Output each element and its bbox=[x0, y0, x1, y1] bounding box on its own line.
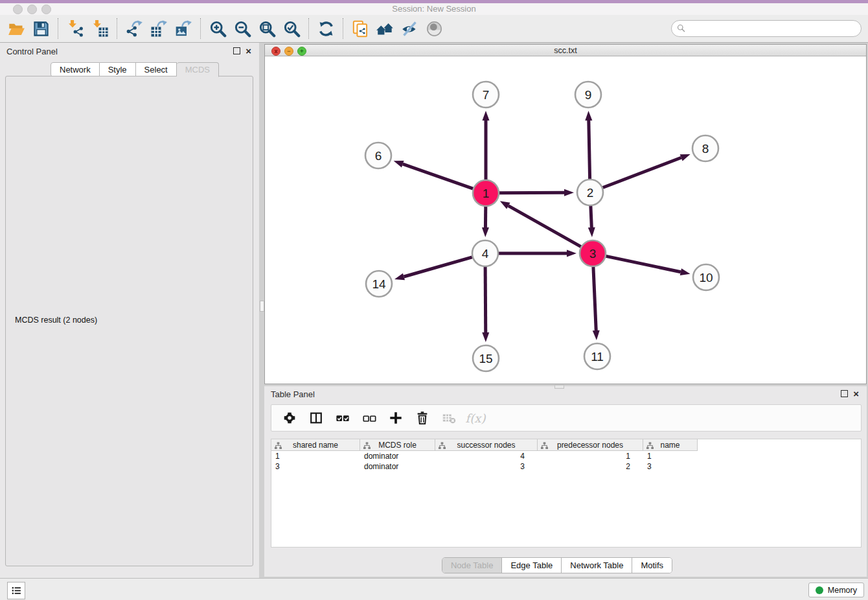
column-label: predecessor nodes bbox=[557, 441, 623, 450]
toolbar-separator bbox=[200, 18, 201, 39]
edge-4-15[interactable] bbox=[485, 267, 486, 332]
tab-select[interactable]: Select bbox=[136, 62, 177, 77]
refresh-network-button[interactable] bbox=[315, 17, 337, 40]
network-close-icon[interactable]: x bbox=[271, 47, 280, 56]
network-zoom-icon[interactable]: + bbox=[297, 47, 306, 56]
tab-style[interactable]: Style bbox=[100, 62, 136, 77]
cell-shared-name[interactable]: 1 bbox=[271, 451, 360, 461]
cell-shared-name[interactable]: 3 bbox=[271, 461, 360, 472]
mcds-result-legend: MCDS result (2 nodes) bbox=[13, 316, 99, 325]
tab-node-table[interactable]: Node Table bbox=[442, 558, 502, 573]
column-header-predecessor-nodes[interactable]: predecessor nodes bbox=[538, 439, 643, 451]
splitter-grip-icon[interactable] bbox=[260, 301, 264, 312]
node-14[interactable]: 14 bbox=[366, 271, 392, 297]
function-icon: f(x) bbox=[466, 411, 486, 425]
zoom-selected-button[interactable] bbox=[281, 17, 303, 40]
eye-disabled-button[interactable] bbox=[424, 17, 445, 40]
float-icon[interactable] bbox=[841, 390, 848, 397]
edge-2-8[interactable] bbox=[603, 157, 681, 187]
deselect-all-button[interactable] bbox=[361, 410, 378, 426]
tab-edge-table[interactable]: Edge Table bbox=[501, 558, 561, 573]
edge-3-11[interactable] bbox=[593, 267, 596, 330]
node-15[interactable]: 15 bbox=[473, 345, 499, 371]
node-4[interactable]: 4 bbox=[472, 240, 498, 266]
table-row[interactable]: 3dominator323 bbox=[271, 461, 861, 472]
import-network-button[interactable] bbox=[65, 17, 86, 40]
import-network-icon bbox=[67, 20, 84, 38]
network-minimize-icon[interactable]: − bbox=[284, 47, 293, 56]
cell-name[interactable]: 1 bbox=[643, 451, 698, 461]
horizontal-splitter-grip-icon[interactable] bbox=[554, 385, 564, 389]
cell-successor-nodes[interactable]: 3 bbox=[435, 461, 538, 472]
search-input[interactable] bbox=[671, 20, 862, 37]
edge-1-4-arrowhead-icon bbox=[482, 227, 489, 237]
table-row[interactable]: 1dominator411 bbox=[271, 451, 861, 461]
node-3[interactable]: 3 bbox=[580, 240, 606, 266]
node-6[interactable]: 6 bbox=[365, 143, 391, 168]
gear-button[interactable] bbox=[281, 410, 298, 426]
node-11[interactable]: 11 bbox=[584, 343, 610, 369]
node-11-label: 11 bbox=[591, 350, 604, 363]
float-icon[interactable] bbox=[233, 47, 240, 54]
edge-2-9[interactable] bbox=[589, 121, 590, 179]
close-icon[interactable]: × bbox=[246, 47, 251, 54]
column-header-shared-name[interactable]: shared name bbox=[271, 439, 360, 451]
columns-button[interactable] bbox=[308, 410, 325, 426]
export-image-button[interactable] bbox=[173, 17, 194, 40]
edge-1-2[interactable] bbox=[499, 192, 564, 193]
show-hide-graphics-button[interactable] bbox=[399, 17, 420, 40]
open-session-button[interactable] bbox=[6, 17, 27, 40]
tab-network[interactable]: Network bbox=[51, 62, 100, 77]
cell-predecessor-nodes[interactable]: 1 bbox=[538, 451, 643, 461]
vertical-splitter[interactable] bbox=[259, 43, 264, 578]
add-row-button[interactable] bbox=[387, 410, 404, 426]
import-table-button[interactable] bbox=[89, 17, 111, 40]
export-table-icon bbox=[150, 20, 168, 38]
cell-successor-nodes[interactable]: 4 bbox=[435, 451, 538, 461]
cell-mcds-role[interactable]: dominator bbox=[360, 461, 435, 472]
node-2[interactable]: 2 bbox=[577, 179, 603, 205]
console-button[interactable] bbox=[7, 582, 25, 599]
cell-mcds-role[interactable]: dominator bbox=[360, 451, 435, 461]
cell-name[interactable]: 3 bbox=[643, 461, 698, 472]
cell-predecessor-nodes[interactable]: 2 bbox=[538, 461, 643, 472]
node-1[interactable]: 1 bbox=[473, 180, 499, 206]
table-tabs-group: Node TableEdge TableNetwork TableMotifs bbox=[442, 557, 672, 573]
export-network-button[interactable] bbox=[124, 17, 145, 40]
edge-3-1[interactable] bbox=[508, 206, 581, 247]
export-table-button[interactable] bbox=[148, 17, 170, 40]
edge-1-6[interactable] bbox=[403, 164, 473, 189]
clone-network-button[interactable] bbox=[350, 17, 371, 40]
save-session-button[interactable] bbox=[30, 17, 52, 40]
network-canvas[interactable]: 7968124314101511 bbox=[265, 56, 866, 384]
zoom-out-button[interactable] bbox=[232, 17, 253, 40]
delete-table-icon bbox=[442, 411, 456, 425]
edge-4-3-arrowhead-icon bbox=[567, 250, 577, 257]
column-header-mcds-role[interactable]: MCDS role bbox=[360, 439, 435, 451]
network-window-title: scc.txt bbox=[265, 45, 866, 56]
import-table-icon bbox=[91, 20, 109, 38]
edge-2-3[interactable] bbox=[591, 206, 591, 227]
zoom-fit-icon bbox=[258, 20, 276, 38]
node-8[interactable]: 8 bbox=[692, 135, 718, 161]
home-view-button[interactable] bbox=[374, 17, 396, 40]
close-icon[interactable]: × bbox=[853, 390, 859, 397]
node-10[interactable]: 10 bbox=[693, 264, 719, 290]
home-view-icon bbox=[376, 20, 394, 38]
network-window-titlebar[interactable]: x − + scc.txt bbox=[265, 45, 866, 56]
edge-3-10[interactable] bbox=[606, 256, 681, 271]
memory-button[interactable]: Memory bbox=[808, 583, 864, 597]
delete-row-button[interactable] bbox=[414, 410, 431, 426]
node-9[interactable]: 9 bbox=[575, 82, 601, 108]
tab-motifs[interactable]: Motifs bbox=[632, 558, 672, 573]
select-all-button[interactable] bbox=[334, 410, 351, 426]
tab-mcds[interactable]: MCDS bbox=[177, 62, 219, 77]
column-header-name[interactable]: name bbox=[643, 439, 698, 451]
node-7[interactable]: 7 bbox=[473, 82, 499, 108]
node-2-label: 2 bbox=[587, 186, 594, 200]
tab-network-table[interactable]: Network Table bbox=[561, 558, 632, 573]
zoom-in-button[interactable] bbox=[207, 17, 229, 40]
zoom-fit-button[interactable] bbox=[257, 17, 278, 40]
edge-4-14[interactable] bbox=[404, 257, 472, 277]
column-header-successor-nodes[interactable]: successor nodes bbox=[435, 439, 538, 451]
